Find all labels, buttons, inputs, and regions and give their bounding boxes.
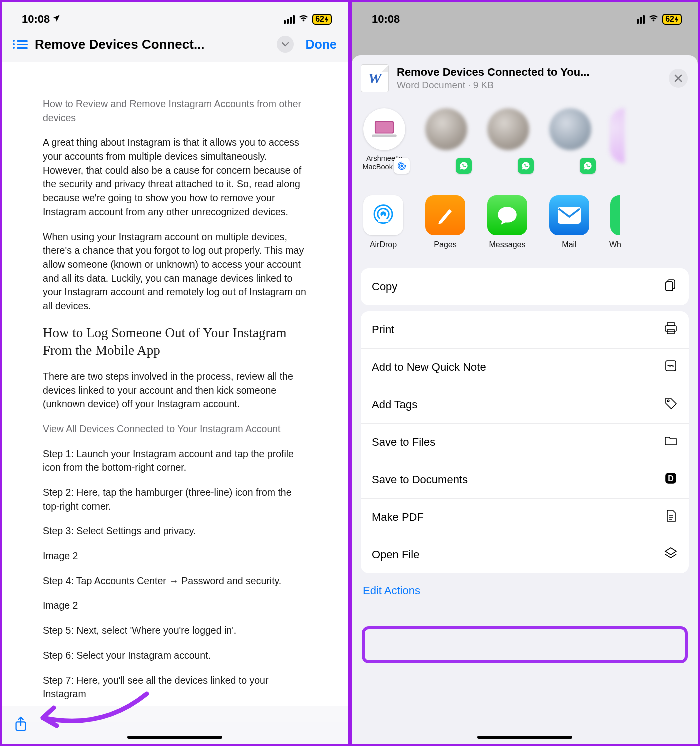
status-time: 10:08 bbox=[372, 13, 400, 26]
word-doc-icon: W bbox=[361, 64, 389, 92]
action-open-file[interactable]: Open File bbox=[361, 536, 689, 574]
chevron-down-icon[interactable] bbox=[277, 36, 294, 53]
app-messages[interactable]: Messages bbox=[486, 196, 529, 250]
whatsapp-icon bbox=[610, 196, 620, 236]
app-label: AirDrop bbox=[370, 240, 397, 250]
action-label: Open File bbox=[372, 548, 420, 562]
action-print[interactable]: Print bbox=[361, 312, 689, 349]
action-add-tags[interactable]: Add Tags bbox=[361, 386, 689, 424]
doc-paragraph: When using your Instagram account on mul… bbox=[43, 230, 307, 314]
home-indicator[interactable] bbox=[478, 736, 572, 739]
action-label: Copy bbox=[372, 280, 398, 294]
action-save-documents[interactable]: Save to Documents D bbox=[361, 462, 689, 499]
left-phone-frame: 10:08 62 Remove Devices Connect... Done … bbox=[0, 0, 350, 746]
airdrop-icon bbox=[364, 196, 404, 236]
doc-image-ref: Image 2 bbox=[43, 550, 307, 564]
airdrop-badge-icon bbox=[394, 158, 410, 174]
edit-actions-link[interactable]: Edit Actions bbox=[361, 580, 689, 598]
wifi-icon bbox=[298, 14, 309, 25]
action-copy[interactable]: Copy bbox=[361, 268, 689, 306]
action-label: Save to Files bbox=[372, 436, 436, 449]
avatar bbox=[488, 108, 530, 150]
action-label: Print bbox=[372, 324, 394, 336]
doc-heading: How to Log Someone Out of Your Instagram… bbox=[43, 324, 307, 360]
copy-icon bbox=[664, 278, 678, 296]
document-title[interactable]: Remove Devices Connect... bbox=[35, 37, 270, 52]
action-make-pdf[interactable]: Make PDF bbox=[361, 499, 689, 536]
doc-step: Step 2: Here, tap the hamburger (three-l… bbox=[43, 486, 307, 514]
print-icon bbox=[664, 322, 678, 338]
contact-item[interactable] bbox=[486, 108, 531, 172]
pdf-icon bbox=[664, 509, 678, 526]
status-time: 10:08 bbox=[22, 13, 61, 26]
doc-step: Step 4: Tap Accounts Center → Password a… bbox=[43, 574, 307, 588]
status-bar: 10:08 62 bbox=[352, 2, 698, 31]
signal-icon bbox=[284, 16, 295, 24]
apps-row[interactable]: AirDrop Pages Messages Mail bbox=[352, 184, 698, 260]
share-icon[interactable] bbox=[14, 716, 28, 734]
battery-icon: 62 bbox=[312, 14, 332, 25]
app-label: Mail bbox=[562, 240, 576, 250]
app-airdrop[interactable]: AirDrop bbox=[362, 196, 405, 250]
app-whatsapp-partial[interactable]: Wh bbox=[610, 196, 621, 250]
avatar bbox=[426, 108, 468, 150]
app-label: Pages bbox=[434, 240, 456, 250]
svg-text:D: D bbox=[668, 474, 674, 483]
doc-step: Step 6: Select your Instagram account. bbox=[43, 649, 307, 663]
wifi-icon bbox=[648, 14, 659, 25]
doc-section: View All Devices Connected to Your Insta… bbox=[43, 422, 307, 436]
open-file-icon bbox=[664, 546, 678, 564]
messages-icon bbox=[488, 196, 528, 236]
documents-app-icon: D bbox=[664, 472, 678, 488]
doc-paragraph: There are two steps involved in the proc… bbox=[43, 370, 307, 412]
location-arrow-icon bbox=[52, 14, 61, 26]
share-sheet: W Remove Devices Connected to You... Wor… bbox=[352, 56, 698, 744]
contact-item[interactable] bbox=[548, 108, 593, 172]
status-icons: 62 bbox=[284, 14, 332, 25]
contact-item[interactable] bbox=[424, 108, 469, 172]
svg-rect-12 bbox=[666, 282, 673, 291]
contact-item[interactable] bbox=[610, 108, 625, 164]
actions-list: Copy Print Add to New Quick Note Add Tag… bbox=[352, 260, 698, 598]
svg-rect-3 bbox=[372, 134, 397, 137]
action-label: Add to New Quick Note bbox=[372, 361, 486, 374]
action-save-files[interactable]: Save to Files bbox=[361, 424, 689, 462]
folder-icon bbox=[664, 434, 678, 451]
svg-rect-14 bbox=[668, 323, 674, 326]
doc-step: Step 3: Select Settings and privacy. bbox=[43, 524, 307, 538]
doc-step: Step 7: Here, you'll see all the devices… bbox=[43, 674, 307, 702]
done-button[interactable]: Done bbox=[301, 38, 338, 52]
svg-rect-10 bbox=[558, 207, 581, 224]
action-quick-note[interactable]: Add to New Quick Note bbox=[361, 349, 689, 386]
outline-icon[interactable] bbox=[13, 40, 28, 49]
svg-point-4 bbox=[401, 164, 404, 167]
svg-rect-16 bbox=[668, 330, 674, 334]
doc-subtitle: How to Review and Remove Instagram Accou… bbox=[43, 98, 307, 125]
app-label: Messages bbox=[490, 240, 526, 250]
whatsapp-badge-icon bbox=[580, 158, 596, 174]
macbook-icon bbox=[364, 108, 406, 150]
time-text: 10:08 bbox=[372, 13, 400, 26]
action-label: Save to Documents bbox=[372, 474, 468, 486]
pages-icon bbox=[426, 196, 466, 236]
doc-image-ref: Image 2 bbox=[43, 599, 307, 613]
sheet-title: Remove Devices Connected to You... bbox=[397, 66, 661, 79]
doc-step: Step 5: Next, select 'Where you're logge… bbox=[43, 624, 307, 638]
document-header: Remove Devices Connect... Done bbox=[2, 31, 348, 62]
mail-icon bbox=[550, 196, 590, 236]
app-pages[interactable]: Pages bbox=[424, 196, 467, 250]
document-body[interactable]: How to Review and Remove Instagram Accou… bbox=[2, 62, 348, 717]
close-icon[interactable] bbox=[669, 69, 688, 88]
whatsapp-badge-icon bbox=[456, 158, 472, 174]
svg-rect-2 bbox=[376, 122, 393, 133]
contacts-row[interactable]: Arshmeet's MacBook Pro bbox=[352, 102, 698, 184]
app-mail[interactable]: Mail bbox=[548, 196, 591, 250]
action-label: Make PDF bbox=[372, 511, 424, 524]
doc-paragraph: A great thing about Instagram is that it… bbox=[43, 136, 307, 219]
home-indicator[interactable] bbox=[128, 736, 222, 739]
right-phone-frame: 10:08 62 W Remove Devices Connected to Y… bbox=[350, 0, 700, 746]
battery-icon: 62 bbox=[662, 14, 682, 25]
status-bar: 10:08 62 bbox=[2, 2, 348, 31]
contact-airdrop[interactable]: Arshmeet's MacBook Pro bbox=[362, 108, 407, 172]
signal-icon bbox=[634, 16, 645, 24]
